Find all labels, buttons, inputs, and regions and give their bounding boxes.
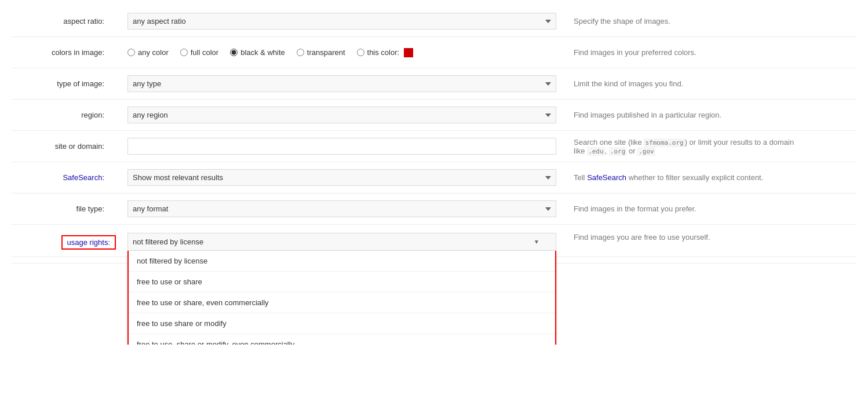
- colors-radio-group: any color full color black & white trans…: [127, 48, 556, 57]
- transparent-label: transparent: [307, 48, 345, 57]
- full-color-label: full color: [191, 48, 218, 57]
- colors-description: Find images in your preferred colors.: [556, 48, 800, 57]
- region-label: region:: [81, 111, 116, 119]
- usage-rights-option-use-share-modify[interactable]: free to use share or modify: [129, 313, 555, 334]
- usage-rights-option-not-filtered[interactable]: not filtered by license: [129, 251, 555, 272]
- this-color-option[interactable]: this color:: [357, 48, 414, 57]
- aspect-ratio-control: any aspect ratio tall square wide panora…: [127, 13, 556, 30]
- full-color-option[interactable]: full color: [180, 48, 218, 57]
- file-type-label: file type:: [76, 204, 116, 213]
- site-example-code: sfmoma.org: [644, 138, 684, 147]
- type-control: any type face photo clip art line drawin…: [127, 75, 556, 92]
- color-swatch[interactable]: [404, 48, 413, 57]
- type-label-wrapper: type of image:: [12, 79, 127, 88]
- colors-control: any color full color black & white trans…: [127, 48, 556, 57]
- region-description: Find images published in a particular re…: [556, 111, 800, 119]
- region-select[interactable]: any region: [127, 107, 556, 123]
- org-code: .org: [609, 147, 627, 156]
- usage-rights-row: usage rights: not filtered by license ▼ …: [12, 225, 856, 257]
- usage-rights-dropdown-wrapper: not filtered by license ▼ not filtered b…: [127, 233, 556, 251]
- file-type-row: file type: any format jpg gif png bmp sv…: [12, 193, 856, 225]
- file-type-control: any format jpg gif png bmp svg webp: [127, 200, 556, 217]
- transparent-radio[interactable]: [297, 49, 304, 56]
- usage-rights-option-use-share-modify-commercially[interactable]: free to use, share or modify, even comme…: [129, 334, 555, 345]
- usage-rights-dropdown-menu: not filtered by license free to use or s…: [127, 251, 556, 345]
- black-white-radio[interactable]: [230, 49, 238, 56]
- any-color-label: any color: [138, 48, 169, 57]
- colors-in-image-row: colors in image: any color full color bl…: [12, 37, 856, 68]
- this-color-label: this color:: [367, 48, 400, 57]
- region-row: region: any region Find images published…: [12, 100, 856, 131]
- usage-rights-control: not filtered by license ▼ not filtered b…: [127, 233, 556, 251]
- safesearch-link[interactable]: SafeSearch: [587, 173, 626, 182]
- site-label-wrapper: site or domain:: [12, 142, 127, 151]
- any-color-option[interactable]: any color: [127, 48, 169, 57]
- safesearch-label-wrapper: SafeSearch:: [12, 173, 127, 182]
- type-description: Limit the kind of images you find.: [556, 79, 800, 88]
- aspect-ratio-row: aspect ratio: any aspect ratio tall squa…: [12, 6, 856, 37]
- black-white-label: black & white: [240, 48, 285, 57]
- transparent-option[interactable]: transparent: [297, 48, 345, 57]
- site-input[interactable]: [127, 138, 556, 155]
- usage-rights-description: Find images you are free to use yourself…: [556, 233, 800, 242]
- gov-code: .gov: [637, 147, 655, 156]
- aspect-ratio-select[interactable]: any aspect ratio tall square wide panora…: [127, 13, 556, 30]
- dropdown-arrow-icon: ▼: [534, 239, 539, 245]
- black-white-option[interactable]: black & white: [230, 48, 285, 57]
- edu-code: .edu: [587, 147, 605, 156]
- colors-label: colors in image:: [52, 48, 116, 57]
- region-label-wrapper: region:: [12, 111, 127, 119]
- file-type-select[interactable]: any format jpg gif png bmp svg webp: [127, 200, 556, 217]
- usage-rights-select-display[interactable]: not filtered by license ▼: [127, 233, 556, 251]
- aspect-ratio-label: aspect ratio:: [63, 17, 116, 25]
- type-select[interactable]: any type face photo clip art line drawin…: [127, 75, 556, 92]
- usage-rights-label-wrapper: usage rights:: [12, 233, 127, 250]
- safesearch-label[interactable]: SafeSearch:: [63, 173, 116, 182]
- site-domain-row: site or domain: Search one site (like sf…: [12, 131, 856, 162]
- region-control: any region: [127, 107, 556, 123]
- aspect-ratio-select-wrapper: any aspect ratio tall square wide panora…: [127, 13, 556, 30]
- aspect-ratio-label-wrapper: aspect ratio:: [12, 17, 127, 25]
- safesearch-control: Show most relevant results Filter explic…: [127, 169, 556, 186]
- type-label: type of image:: [57, 79, 116, 88]
- safesearch-description: Tell SafeSearch whether to filter sexual…: [556, 173, 800, 182]
- site-label: site or domain:: [55, 142, 116, 151]
- usage-rights-label[interactable]: usage rights:: [61, 235, 116, 250]
- this-color-radio[interactable]: [357, 49, 364, 56]
- file-type-description: Find images in the format you prefer.: [556, 204, 800, 213]
- any-color-radio[interactable]: [127, 49, 135, 56]
- aspect-ratio-description: Specify the shape of images.: [556, 17, 800, 25]
- type-of-image-row: type of image: any type face photo clip …: [12, 68, 856, 100]
- usage-rights-option-use-share-commercially[interactable]: free to use or share, even commercially: [129, 292, 555, 313]
- usage-rights-option-use-share[interactable]: free to use or share: [129, 272, 555, 292]
- safesearch-row: SafeSearch: Show most relevant results F…: [12, 162, 856, 193]
- safesearch-select[interactable]: Show most relevant results Filter explic…: [127, 169, 556, 186]
- site-description: Search one site (like sfmoma.org) or lim…: [556, 138, 800, 155]
- colors-label-wrapper: colors in image:: [12, 48, 127, 57]
- file-type-label-wrapper: file type:: [12, 204, 127, 213]
- full-color-radio[interactable]: [180, 49, 188, 56]
- usage-rights-selected-value: not filtered by license: [133, 237, 203, 246]
- site-control: [127, 138, 556, 155]
